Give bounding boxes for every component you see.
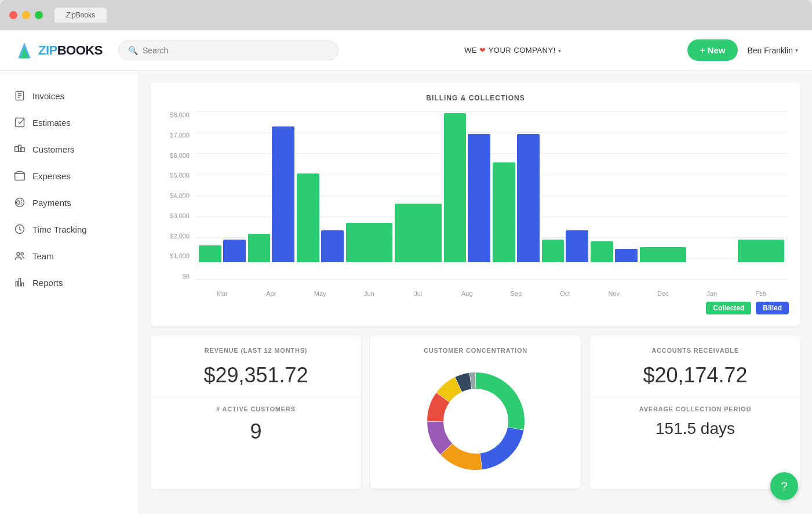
month-bars xyxy=(444,113,491,262)
revenue-top: REVENUE (LAST 12 MONTHS) $29,351.72 xyxy=(151,335,361,397)
month-bars xyxy=(542,230,589,262)
bar-collected xyxy=(395,204,442,262)
bar-billed xyxy=(615,249,638,262)
bars-area xyxy=(194,111,789,262)
search-box: 🔍 xyxy=(118,41,338,60)
revenue-value: $29,351.72 xyxy=(165,363,347,388)
month-group xyxy=(199,111,246,262)
month-group xyxy=(346,111,393,262)
bar-billed xyxy=(566,230,588,262)
user-menu[interactable]: Ben Franklin ▾ xyxy=(747,46,798,55)
traffic-light-green[interactable] xyxy=(35,11,43,19)
sidebar-item-label: Reports xyxy=(32,278,63,288)
svg-point-13 xyxy=(17,252,20,255)
browser-tab[interactable]: ZipBooks xyxy=(54,8,107,23)
concentration-top: CUSTOMER CONCENTRATION xyxy=(370,335,581,489)
month-group xyxy=(591,111,638,262)
traffic-light-yellow[interactable] xyxy=(22,11,30,19)
bar-collected xyxy=(199,245,221,262)
month-group xyxy=(395,111,442,262)
donut-wrapper xyxy=(384,363,567,479)
sidebar-item-payments[interactable]: Payments xyxy=(0,189,139,216)
legend-billed: Billed xyxy=(756,302,789,314)
y-axis-label: $6,000 xyxy=(162,152,194,159)
logo-area: ZIPBOOKS xyxy=(14,40,107,61)
invoice-icon xyxy=(14,90,26,102)
y-axis-label: $4,000 xyxy=(162,192,194,199)
sidebar-item-team[interactable]: Team xyxy=(0,242,139,269)
expenses-icon xyxy=(14,170,26,182)
search-input[interactable] xyxy=(143,46,329,55)
y-axis-label: $7,000 xyxy=(162,132,194,139)
active-customers-label: # ACTIVE CUSTOMERS xyxy=(165,406,347,412)
sidebar-item-reports[interactable]: Reports xyxy=(0,269,139,296)
sidebar-item-customers[interactable]: Customers xyxy=(0,136,139,162)
grid-line xyxy=(194,279,789,280)
month-bars xyxy=(493,134,540,262)
sidebar-item-label: Invoices xyxy=(32,91,64,101)
sidebar-item-label: Time Tracking xyxy=(32,225,87,234)
y-axis-label: $8,000 xyxy=(162,111,194,118)
chat-button[interactable]: ? xyxy=(770,472,798,500)
sidebar-item-label: Estimates xyxy=(32,118,71,128)
stats-row: REVENUE (LAST 12 MONTHS) $29,351.72 # AC… xyxy=(151,335,800,489)
y-axis: $0$1,000$2,000$3,000$4,000$5,000$6,000$7… xyxy=(162,111,194,280)
svg-point-14 xyxy=(21,253,23,255)
month-bars xyxy=(591,241,638,262)
month-bars xyxy=(346,223,393,262)
bar-billed xyxy=(272,126,294,262)
legend-collected: Collected xyxy=(706,302,751,314)
logo-icon xyxy=(14,40,35,61)
window-chrome: ZipBooks xyxy=(0,0,812,30)
payments-icon xyxy=(14,197,26,208)
concentration-label: CUSTOMER CONCENTRATION xyxy=(384,347,567,354)
billing-chart-card: BILLING & COLLECTIONS $0$1,000$2,000$3,0… xyxy=(151,82,800,326)
month-bars xyxy=(395,204,442,262)
receivable-card: ACCOUNTS RECEIVABLE $20,174.72 AVERAGE C… xyxy=(590,335,800,489)
donut-segment xyxy=(458,381,470,385)
bar-collected xyxy=(542,240,565,262)
sidebar-item-time-tracking[interactable]: Time Tracking xyxy=(0,216,139,242)
y-axis-label: $0 xyxy=(162,273,194,280)
body: InvoicesEstimatesCustomersExpensesPaymen… xyxy=(0,71,812,514)
month-bars xyxy=(297,173,344,262)
month-group xyxy=(248,111,295,262)
chart-content: MarAprMayJunJulAugSepOctNovDecJanFeb xyxy=(194,111,789,297)
sidebar-item-label: Expenses xyxy=(32,171,71,181)
bar-collected xyxy=(346,223,393,262)
y-axis-label: $5,000 xyxy=(162,172,194,179)
new-button[interactable]: + New xyxy=(687,39,738,61)
header-actions: + New Ben Franklin ▾ xyxy=(687,39,798,61)
bar-collected xyxy=(444,113,467,262)
bar-collected xyxy=(297,173,319,262)
x-axis-label: Jul xyxy=(395,290,442,297)
revenue-card: REVENUE (LAST 12 MONTHS) $29,351.72 # AC… xyxy=(151,335,361,489)
clock-icon xyxy=(14,223,26,235)
bar-collected xyxy=(248,234,271,262)
header: ZIPBOOKS 🔍 WE ❤ YOUR COMPANY! ▾ + New Be… xyxy=(0,30,812,71)
company-label[interactable]: WE ❤ YOUR COMPANY! ▾ xyxy=(350,46,676,55)
chart-title: BILLING & COLLECTIONS xyxy=(162,94,789,102)
month-bars xyxy=(640,247,687,262)
month-group xyxy=(493,111,540,262)
x-axis-label: Feb xyxy=(738,290,785,297)
reports-icon xyxy=(14,277,26,288)
bar-collected xyxy=(591,241,613,262)
svg-rect-10 xyxy=(15,173,25,180)
y-axis-label: $2,000 xyxy=(162,233,194,240)
sidebar-item-estimates[interactable]: Estimates xyxy=(0,109,139,136)
svg-rect-6 xyxy=(16,118,24,127)
x-axis-label: Jun xyxy=(346,290,393,297)
sidebar-item-invoices[interactable]: Invoices xyxy=(0,82,139,109)
estimate-icon xyxy=(14,117,26,128)
sidebar-item-expenses[interactable]: Expenses xyxy=(0,162,139,189)
traffic-light-red[interactable] xyxy=(9,11,17,19)
donut-center xyxy=(447,392,505,450)
bar-billed xyxy=(468,134,490,262)
revenue-bottom: # ACTIVE CUSTOMERS 9 xyxy=(151,397,361,451)
revenue-label: REVENUE (LAST 12 MONTHS) xyxy=(165,347,347,354)
chat-icon: ? xyxy=(781,480,787,493)
chart-legend: Collected Billed xyxy=(162,302,789,314)
month-bars xyxy=(738,240,785,262)
month-group xyxy=(689,111,735,262)
